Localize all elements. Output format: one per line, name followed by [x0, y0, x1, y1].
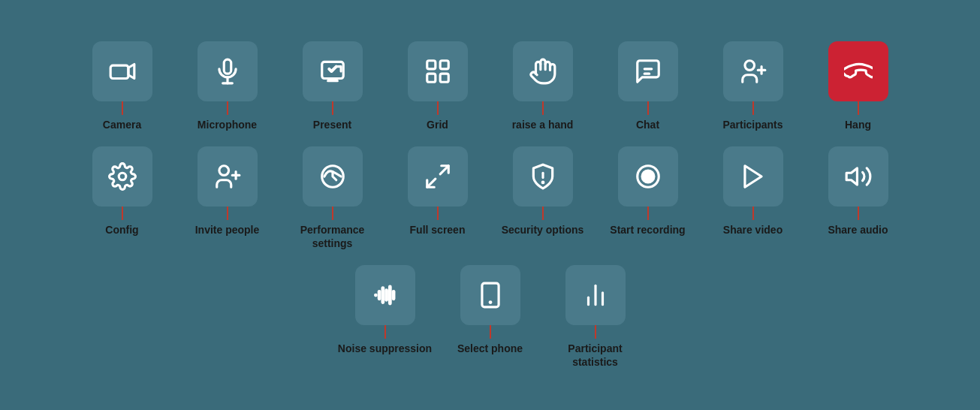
tool-item-recording: Start recording — [599, 146, 697, 237]
stats-label: Participant statistics — [547, 342, 644, 369]
svg-rect-7 — [440, 60, 448, 68]
svg-marker-27 — [846, 168, 857, 185]
hang-label: Hang — [845, 118, 871, 131]
share-audio-connector — [858, 207, 859, 220]
tool-item-performance: Performance settings — [284, 146, 381, 250]
svg-rect-0 — [110, 65, 128, 78]
performance-connector — [332, 207, 333, 220]
invite-label: Invite people — [195, 223, 260, 237]
svg-rect-6 — [427, 60, 435, 68]
fullscreen-label: Full screen — [410, 223, 466, 237]
share-video-button[interactable] — [723, 146, 783, 207]
microphone-label: Microphone — [198, 118, 257, 131]
microphone-button[interactable] — [198, 41, 258, 101]
toolbar-row-2: Noise suppressionSelect phoneParticipant… — [336, 265, 644, 369]
hang-button[interactable] — [828, 41, 888, 101]
noise-connector — [384, 325, 386, 339]
tool-item-raise-hand: raise a hand — [494, 41, 592, 131]
grid-button[interactable] — [408, 41, 468, 101]
svg-point-16 — [219, 165, 228, 175]
svg-point-12 — [744, 60, 754, 70]
svg-marker-26 — [744, 165, 761, 187]
invite-connector — [227, 207, 228, 220]
tool-item-fullscreen: Full screen — [389, 146, 487, 237]
svg-line-20 — [440, 165, 448, 173]
tool-item-chat: Chat — [599, 41, 697, 131]
svg-rect-2 — [224, 59, 231, 74]
tool-item-phone: Select phone — [442, 265, 539, 355]
svg-line-21 — [427, 179, 435, 187]
present-connector — [332, 101, 333, 115]
grid-connector — [437, 101, 439, 115]
raise-hand-label: raise a hand — [512, 118, 574, 131]
participants-connector — [752, 101, 754, 115]
participants-button[interactable] — [723, 41, 783, 101]
performance-label: Performance settings — [284, 223, 381, 250]
raise-hand-connector — [542, 101, 544, 115]
config-button[interactable] — [92, 146, 152, 207]
tool-item-config: Config — [74, 146, 171, 237]
phone-label: Select phone — [457, 342, 523, 355]
stats-connector — [595, 325, 596, 339]
tool-item-participants: Participants — [704, 41, 802, 131]
tool-item-share-video: Share video — [704, 146, 802, 237]
security-button[interactable] — [513, 146, 573, 207]
raise-hand-button[interactable] — [513, 41, 573, 101]
toolbar-row-0: CameraMicrophonePresentGridraise a handC… — [74, 41, 907, 131]
fullscreen-connector — [437, 207, 439, 220]
tool-item-stats: Participant statistics — [547, 265, 644, 369]
camera-connector — [122, 101, 123, 115]
security-label: Security options — [502, 223, 584, 237]
svg-point-15 — [119, 173, 126, 180]
svg-point-25 — [642, 170, 654, 182]
participants-label: Participants — [722, 118, 782, 131]
svg-rect-9 — [440, 74, 448, 82]
phone-connector — [490, 325, 491, 339]
noise-button[interactable] — [355, 265, 415, 325]
tool-item-invite: Invite people — [179, 146, 276, 237]
tool-item-share-audio: Share audio — [810, 146, 907, 237]
invite-button[interactable] — [198, 146, 258, 207]
toolbar-row-1: ConfigInvite peoplePerformance settingsF… — [74, 146, 907, 250]
camera-button[interactable] — [92, 41, 152, 101]
share-video-label: Share video — [723, 223, 782, 237]
stats-button[interactable] — [565, 265, 626, 325]
toolbar-container: CameraMicrophonePresentGridraise a handC… — [8, 41, 972, 369]
tool-item-noise: Noise suppression — [336, 265, 434, 355]
tool-item-hang: Hang — [810, 41, 907, 131]
tool-item-present: Present — [284, 41, 381, 131]
share-audio-button[interactable] — [828, 146, 888, 207]
chat-label: Chat — [636, 118, 659, 131]
recording-label: Start recording — [610, 223, 685, 237]
phone-button[interactable] — [460, 265, 520, 325]
chat-connector — [647, 101, 649, 115]
performance-button[interactable] — [303, 146, 363, 207]
config-label: Config — [105, 223, 138, 237]
grid-label: Grid — [427, 118, 448, 131]
fullscreen-button[interactable] — [408, 146, 468, 207]
present-label: Present — [313, 118, 351, 131]
microphone-connector — [227, 101, 228, 115]
security-connector — [542, 207, 544, 220]
chat-button[interactable] — [618, 41, 678, 101]
share-audio-label: Share audio — [828, 223, 888, 237]
tool-item-microphone: Microphone — [179, 41, 276, 131]
present-button[interactable] — [303, 41, 363, 101]
recording-connector — [647, 207, 649, 220]
config-connector — [122, 207, 123, 220]
recording-button[interactable] — [618, 146, 678, 207]
tool-item-grid: Grid — [389, 41, 487, 131]
tool-item-camera: Camera — [74, 41, 171, 131]
camera-label: Camera — [103, 118, 141, 131]
svg-marker-1 — [128, 64, 134, 78]
svg-rect-8 — [427, 74, 435, 82]
noise-label: Noise suppression — [338, 342, 432, 355]
tool-item-security: Security options — [494, 146, 592, 237]
hang-connector — [858, 101, 859, 115]
share-video-connector — [752, 207, 754, 220]
